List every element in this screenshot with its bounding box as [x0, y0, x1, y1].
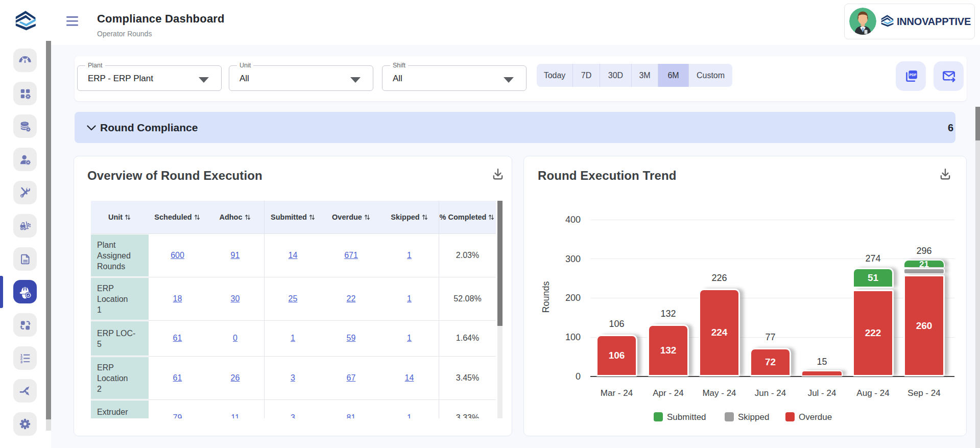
svg-text:3: 3 — [20, 360, 22, 364]
svg-text:PDF: PDF — [909, 73, 917, 77]
